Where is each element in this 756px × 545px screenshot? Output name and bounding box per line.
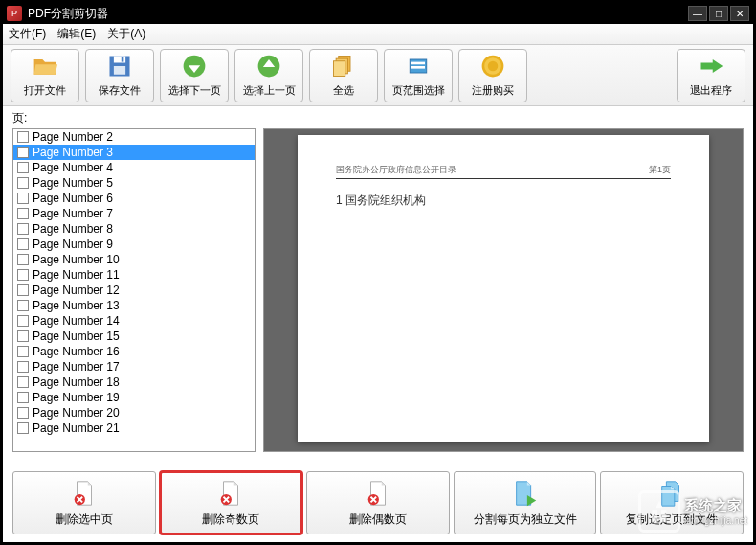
menubar: 文件(F) 编辑(E) 关于(A) [3, 24, 753, 45]
pages-label: 页: [3, 106, 753, 128]
checkbox-icon[interactable] [17, 407, 29, 419]
minimize-button[interactable]: — [688, 6, 707, 21]
selection-range-icon [405, 53, 432, 79]
list-item[interactable]: Page Number 10 [13, 252, 255, 267]
list-item[interactable]: Page Number 13 [13, 298, 255, 313]
page-list[interactable]: Page Number 2Page Number 3Page Number 4P… [12, 128, 256, 452]
list-item[interactable]: Page Number 5 [13, 175, 255, 191]
exit-arrow-icon [698, 53, 724, 79]
select-range-button[interactable]: 页范围选择 [384, 49, 453, 102]
preview-panel: 国务院办公厅政府信息公开目录 第1页 1 国务院组织机构 [263, 128, 744, 452]
checkbox-icon[interactable] [17, 177, 29, 189]
list-item-label: Page Number 17 [33, 360, 120, 374]
preview-page: 国务院办公厅政府信息公开目录 第1页 1 国务院组织机构 [298, 135, 709, 442]
register-button[interactable]: 注册购买 [458, 49, 527, 102]
checkbox-icon[interactable] [17, 361, 29, 373]
list-item[interactable]: Page Number 21 [13, 420, 255, 436]
select-next-button[interactable]: 选择下一页 [160, 49, 229, 102]
checkbox-icon[interactable] [17, 208, 29, 219]
content-area: Page Number 2Page Number 3Page Number 4P… [3, 128, 753, 452]
list-item[interactable]: Page Number 8 [13, 221, 255, 237]
list-item[interactable]: Page Number 12 [13, 283, 255, 298]
list-item-label: Page Number 6 [33, 192, 113, 205]
list-item-label: Page Number 19 [33, 391, 120, 404]
list-item-label: Page Number 13 [33, 299, 120, 312]
preview-header-right: 第1页 [649, 164, 671, 176]
list-item[interactable]: Page Number 3 [13, 145, 255, 160]
list-item-label: Page Number 5 [33, 176, 113, 190]
checkbox-icon[interactable] [17, 284, 29, 296]
app-icon: P [7, 6, 22, 21]
checkbox-icon[interactable] [17, 147, 29, 158]
list-item[interactable]: Page Number 16 [13, 344, 255, 359]
checkbox-icon[interactable] [17, 193, 29, 204]
checkbox-icon[interactable] [17, 254, 29, 265]
list-item-label: Page Number 8 [33, 222, 113, 236]
list-item[interactable]: Page Number 11 [13, 267, 255, 283]
checkbox-icon[interactable] [17, 223, 29, 235]
checkbox-icon[interactable] [17, 330, 29, 342]
list-item[interactable]: Page Number 17 [13, 359, 255, 375]
list-item-label: Page Number 12 [33, 284, 120, 297]
close-button[interactable]: ✕ [730, 6, 749, 21]
floppy-icon [106, 53, 133, 79]
app-window: P PDF分割剪切器 — □ ✕ 文件(F) 编辑(E) 关于(A) 打开文件 … [0, 0, 756, 545]
list-item-label: Page Number 10 [33, 253, 120, 266]
list-item-label: Page Number 11 [33, 268, 120, 282]
list-item-label: Page Number 4 [33, 161, 113, 174]
delete-odd-button[interactable]: 删除奇数页 [160, 471, 303, 534]
list-item-label: Page Number 3 [33, 146, 113, 159]
list-item[interactable]: Page Number 18 [13, 375, 255, 390]
svg-point-14 [488, 61, 499, 72]
list-item[interactable]: Page Number 15 [13, 329, 255, 344]
list-item[interactable]: Page Number 19 [13, 390, 255, 405]
exit-button[interactable]: 退出程序 [677, 49, 745, 102]
list-item[interactable]: Page Number 20 [13, 405, 255, 420]
checkbox-icon[interactable] [17, 422, 29, 434]
list-item[interactable]: Page Number 2 [13, 129, 255, 145]
checkbox-icon[interactable] [17, 346, 29, 357]
menu-edit[interactable]: 编辑(E) [57, 26, 96, 42]
bottom-toolbar: 删除选中页 删除奇数页 删除偶数页 分割每页为独立文件 复制选定页到文件 [12, 471, 744, 534]
copy-pages-button[interactable]: 复制选定页到文件 [600, 471, 744, 534]
list-item[interactable]: Page Number 6 [13, 191, 255, 206]
page-delete-odd-icon [216, 479, 245, 508]
list-item-label: Page Number 20 [33, 406, 120, 420]
select-all-button[interactable]: 全选 [309, 49, 378, 102]
list-item[interactable]: Page Number 4 [13, 160, 255, 175]
maximize-button[interactable]: □ [709, 6, 728, 21]
window-controls: — □ ✕ [688, 6, 749, 21]
select-prev-button[interactable]: 选择上一页 [234, 49, 303, 102]
checkbox-icon[interactable] [17, 238, 29, 250]
coin-icon [479, 53, 506, 79]
list-item-label: Page Number 2 [33, 130, 113, 144]
list-item-label: Page Number 9 [33, 238, 113, 251]
checkbox-icon[interactable] [17, 269, 29, 281]
checkbox-icon[interactable] [17, 315, 29, 327]
window-title: PDF分割剪切器 [28, 6, 688, 22]
list-item-label: Page Number 21 [33, 421, 120, 435]
preview-body: 1 国务院组织机构 [336, 193, 671, 209]
svg-rect-2 [114, 66, 125, 75]
delete-even-button[interactable]: 删除偶数页 [306, 471, 450, 534]
preview-header: 国务院办公厅政府信息公开目录 第1页 [336, 164, 671, 179]
open-file-button[interactable]: 打开文件 [11, 49, 79, 102]
list-item-label: Page Number 18 [33, 375, 120, 389]
page-delete-icon [70, 479, 99, 508]
main-toolbar: 打开文件 保存文件 选择下一页 选择上一页 全选 [3, 45, 753, 106]
menu-about[interactable]: 关于(A) [107, 26, 145, 42]
checkbox-icon[interactable] [17, 162, 29, 173]
menu-file[interactable]: 文件(F) [9, 26, 46, 42]
split-pages-button[interactable]: 分割每页为独立文件 [454, 471, 597, 534]
list-item[interactable]: Page Number 7 [13, 206, 255, 221]
folder-open-icon [32, 53, 58, 79]
checkbox-icon[interactable] [17, 300, 29, 311]
list-item[interactable]: Page Number 14 [13, 313, 255, 329]
save-file-button[interactable]: 保存文件 [85, 49, 154, 102]
delete-selected-button[interactable]: 删除选中页 [12, 471, 156, 534]
list-item[interactable]: Page Number 9 [13, 237, 255, 252]
checkbox-icon[interactable] [17, 392, 29, 403]
checkbox-icon[interactable] [17, 376, 29, 388]
svg-rect-8 [334, 61, 345, 77]
checkbox-icon[interactable] [17, 131, 29, 143]
